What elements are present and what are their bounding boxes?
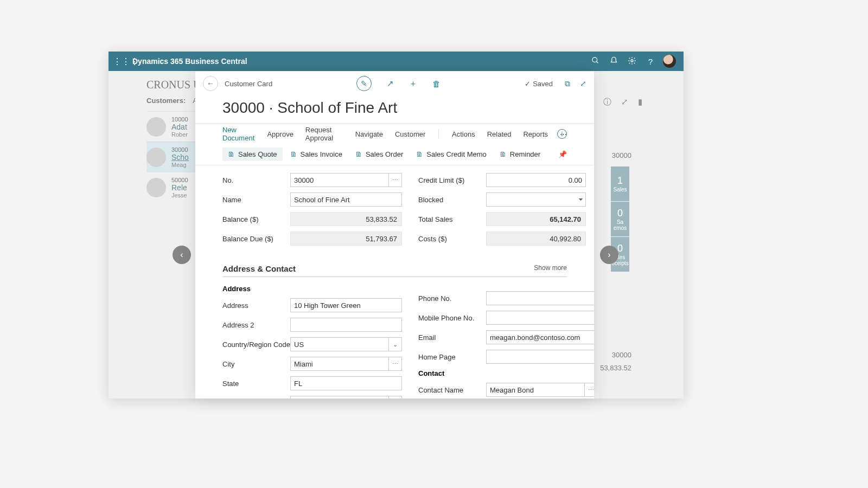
settings-gear-icon[interactable]	[623, 56, 641, 67]
svg-point-2	[631, 60, 633, 62]
group-header-contact: Contact	[418, 369, 594, 377]
document-icon: 🗎	[500, 150, 507, 158]
field-label-no: No.	[222, 176, 235, 184]
group-header-address: Address	[222, 285, 402, 293]
field-homepage[interactable]	[486, 350, 594, 364]
search-icon[interactable]	[586, 56, 604, 66]
field-label-homepage: Home Page	[418, 353, 458, 361]
field-country[interactable]	[290, 337, 389, 351]
field-label-state: State	[222, 380, 241, 388]
edit-icon[interactable]: ✎	[356, 76, 372, 91]
tab-reports[interactable]: Reports	[523, 130, 548, 138]
field-costs	[486, 232, 586, 246]
field-label-phone: Phone No.	[418, 294, 454, 303]
field-address2[interactable]	[290, 318, 402, 332]
app-launcher-icon[interactable]: ⋮⋮⋮	[113, 56, 129, 67]
pin-icon[interactable]: 📌	[558, 150, 567, 158]
field-label-city: City	[222, 360, 237, 368]
share-icon[interactable]: ↗	[387, 79, 394, 88]
field-name[interactable]	[290, 192, 402, 207]
tab-actions[interactable]: Actions	[452, 130, 475, 138]
field-mobile[interactable]	[486, 311, 594, 325]
separator	[438, 129, 439, 139]
document-icon: 🗎	[290, 150, 297, 158]
card-header: ← Customer Card ✎ ↗ ＋ 🗑 ✓ Saved ⧉ ⤢	[195, 71, 594, 96]
product-brand: Dynamics 365 Business Central	[132, 57, 247, 66]
field-email[interactable]	[486, 330, 594, 344]
field-total-sales	[486, 212, 586, 226]
svg-point-0	[592, 57, 597, 62]
field-balance-due	[290, 232, 402, 246]
field-blocked[interactable]	[486, 192, 586, 207]
command-bar: New Document Approve Request Approval Na…	[195, 123, 594, 165]
field-city[interactable]	[290, 357, 389, 371]
action-sales-invoice[interactable]: 🗎Sales Invoice	[285, 147, 348, 161]
card-body: No. ⋯ Name Balance ($)	[195, 165, 594, 399]
field-label-country: Country/Region Code	[222, 341, 290, 349]
field-label-credit-limit: Credit Limit ($)	[418, 176, 467, 184]
field-label-balance: Balance ($)	[222, 215, 260, 223]
tab-request-approval[interactable]: Request Approval	[305, 126, 343, 142]
field-state[interactable]	[290, 376, 402, 390]
show-more-link[interactable]: Show more	[534, 264, 567, 273]
lookup-button[interactable]: ⋯	[389, 173, 402, 187]
app-window: ⋮⋮⋮ Dynamics 365 Business Central ? CRON…	[108, 52, 684, 399]
help-icon[interactable]: ?	[641, 57, 660, 66]
field-balance	[290, 212, 402, 226]
notifications-icon[interactable]	[604, 56, 623, 66]
field-label-contact-name: Contact Name	[418, 386, 465, 394]
page-info-icon[interactable]: i	[557, 129, 567, 139]
user-avatar[interactable]	[663, 55, 676, 68]
back-button[interactable]: ←	[203, 76, 218, 91]
document-icon: 🗎	[355, 150, 362, 158]
field-phone[interactable]	[486, 291, 594, 305]
field-credit-limit[interactable]	[486, 173, 586, 187]
lookup-button[interactable]: ⋯	[585, 383, 594, 397]
action-reminder[interactable]: 🗎Reminder	[494, 147, 546, 161]
new-icon[interactable]: ＋	[409, 79, 417, 89]
svg-line-1	[596, 61, 598, 63]
popout-icon[interactable]: ⧉	[565, 79, 570, 88]
save-status: ✓ Saved	[525, 80, 553, 88]
tab-approve[interactable]: Approve	[267, 130, 293, 138]
field-address[interactable]	[290, 298, 402, 312]
field-label-costs: Costs ($)	[418, 235, 449, 243]
field-label-balance-due: Balance Due ($)	[222, 235, 276, 243]
action-sales-quote[interactable]: 🗎Sales Quote	[222, 147, 283, 161]
field-label-total-sales: Total Sales	[418, 215, 455, 223]
document-icon: 🗎	[228, 150, 235, 158]
tab-navigate[interactable]: Navigate	[355, 130, 383, 138]
lookup-button[interactable]: ⋯	[389, 357, 402, 371]
document-icon: 🗎	[416, 150, 423, 158]
field-no[interactable]	[290, 173, 389, 187]
field-label-address2: Address 2	[222, 321, 257, 329]
customer-card-panel: ← Customer Card ✎ ↗ ＋ 🗑 ✓ Saved ⧉ ⤢ 3000…	[195, 71, 594, 399]
fullscreen-icon[interactable]: ⤢	[580, 79, 586, 88]
page-title: 30000 · School of Fine Art	[195, 96, 594, 123]
global-topbar: ⋮⋮⋮ Dynamics 365 Business Central ?	[108, 52, 684, 71]
field-label-mobile: Mobile Phone No.	[418, 314, 476, 322]
field-zip[interactable]	[290, 396, 389, 399]
section-header-address-contact[interactable]: Address & Contact Show more	[222, 264, 567, 277]
tab-customer[interactable]: Customer	[395, 130, 425, 138]
delete-icon[interactable]: 🗑	[432, 79, 441, 88]
tab-related[interactable]: Related	[487, 130, 512, 138]
action-sales-order[interactable]: 🗎Sales Order	[350, 147, 409, 161]
action-sales-credit-memo[interactable]: 🗎Sales Credit Memo	[411, 147, 492, 161]
lookup-button[interactable]: ⋯	[389, 396, 402, 399]
dropdown-button[interactable]: ⌄	[389, 337, 402, 351]
field-label-blocked: Blocked	[418, 196, 445, 204]
field-label-address: Address	[222, 301, 251, 310]
breadcrumb: Customer Card	[225, 80, 272, 88]
field-label-email: Email	[418, 333, 438, 342]
tab-new-document[interactable]: New Document	[222, 126, 255, 146]
field-label-name: Name	[222, 196, 244, 204]
field-contact-name[interactable]	[486, 383, 585, 397]
